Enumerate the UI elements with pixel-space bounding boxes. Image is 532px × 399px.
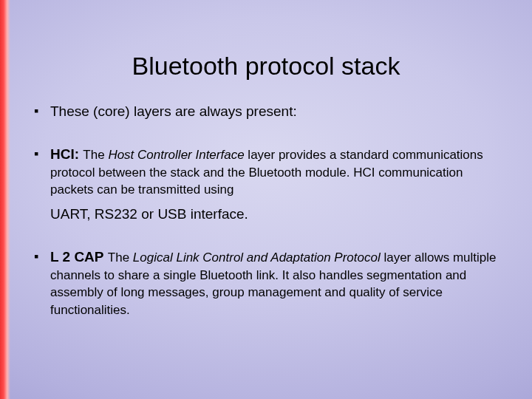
desc-rest-2: UART, RS232 or USB interface. [50,205,502,223]
bullet-lead-bold: HCI: [50,146,79,162]
left-stripe-decoration [0,0,10,399]
bullet-list: These (core) layers are always present: … [30,103,502,318]
bullet-desc: The Logical Link Control and Adaptation … [50,250,497,317]
bullet-desc: The Host Controller Interface layer prov… [50,148,483,197]
bullet-text: These (core) layers are always present: [50,103,297,119]
slide-title: Bluetooth protocol stack [30,52,502,81]
desc-start: The [108,250,133,265]
bullet-hci: HCI: The Host Controller Interface layer… [30,146,502,223]
desc-italic: Logical Link Control and Adaptation Prot… [133,250,381,265]
slide: Bluetooth protocol stack These (core) la… [0,0,532,399]
desc-start: The [83,148,108,162]
bullet-l2cap: L 2 CAP The Logical Link Control and Ada… [30,248,502,318]
bullet-intro: These (core) layers are always present: [30,103,502,120]
bullet-lead-bold: L 2 CAP [50,249,104,265]
slide-content: Bluetooth protocol stack These (core) la… [30,52,502,344]
desc-italic: Host Controller Interface [108,148,244,162]
